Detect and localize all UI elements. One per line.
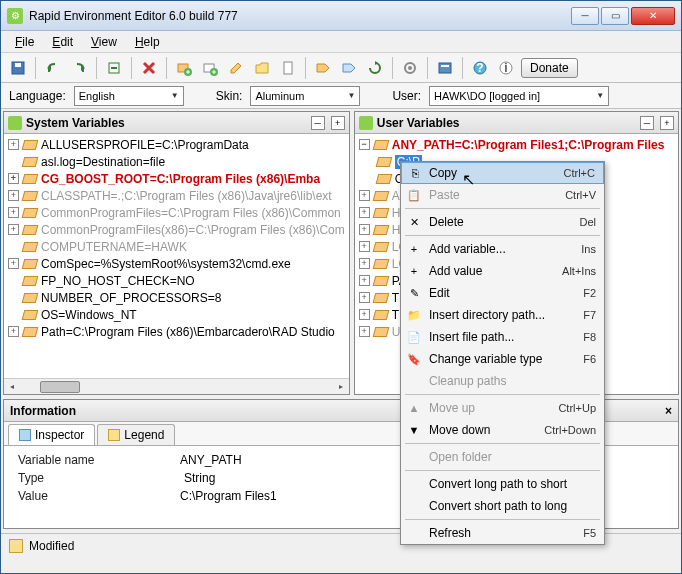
tag-icon [372, 293, 389, 303]
svg-rect-11 [439, 63, 451, 73]
menu-item-edit[interactable]: ✎EditF2 [401, 282, 604, 304]
tree-row[interactable]: asl.log=Destination=file [4, 153, 349, 170]
tree-row[interactable]: FP_NO_HOST_CHECK=NO [4, 272, 349, 289]
menu-item-refresh[interactable]: RefreshF5 [401, 522, 604, 544]
user-combo[interactable]: HAWK\DO [logged in]▼ [429, 86, 609, 106]
system-tree[interactable]: +ALLUSERSPROFILE=C:\ProgramDataasl.log=D… [4, 134, 349, 378]
backup-icon[interactable] [434, 57, 456, 79]
save-icon[interactable] [7, 57, 29, 79]
row-text: CG_BOOST_ROOT=C:\Program Files (x86)\Emb… [41, 172, 320, 186]
tree-row[interactable]: +Path=C:\Program Files (x86)\Embarcadero… [4, 323, 349, 340]
context-menu[interactable]: ⎘CopyCtrl+C📋PasteCtrl+V✕DeleteDel+Add va… [400, 161, 605, 545]
expand-toggle[interactable]: + [8, 326, 19, 337]
insert-dir-icon[interactable] [251, 57, 273, 79]
down-icon: ▼ [407, 423, 421, 437]
tag1-icon[interactable] [312, 57, 334, 79]
collapse-icon[interactable] [103, 57, 125, 79]
up-icon: ▲ [407, 401, 421, 415]
language-combo[interactable]: English▼ [74, 86, 184, 106]
add-value-icon[interactable] [199, 57, 221, 79]
tree-row[interactable]: COMPUTERNAME=HAWK [4, 238, 349, 255]
maximize-button[interactable]: ▭ [601, 7, 629, 25]
edit-icon[interactable] [225, 57, 247, 79]
uservars-add-button[interactable]: + [660, 116, 674, 130]
undo-icon[interactable] [42, 57, 64, 79]
tag-icon [372, 276, 389, 286]
system-scrollbar[interactable]: ◂▸ [4, 378, 349, 394]
insert-file-icon[interactable] [277, 57, 299, 79]
language-label: Language: [9, 89, 66, 103]
tree-row[interactable]: −ANY_PATH=C:\Program Files1;C:\Program F… [355, 136, 678, 153]
menu-item-add-variable-[interactable]: +Add variable...Ins [401, 238, 604, 260]
menu-file[interactable]: File [7, 33, 42, 51]
tree-row[interactable]: NUMBER_OF_PROCESSORS=8 [4, 289, 349, 306]
refresh-icon[interactable] [364, 57, 386, 79]
expand-toggle[interactable]: + [8, 224, 19, 235]
settings-icon[interactable] [399, 57, 421, 79]
menu-item-move-down[interactable]: ▼Move downCtrl+Down [401, 419, 604, 441]
menu-item-delete[interactable]: ✕DeleteDel [401, 211, 604, 233]
expand-toggle[interactable]: + [8, 258, 19, 269]
tab-inspector[interactable]: Inspector [8, 424, 95, 445]
tag-icon [372, 310, 389, 320]
title-bar[interactable]: ⚙ Rapid Environment Editor 6.0 build 777… [1, 1, 681, 31]
info-close-button[interactable]: × [665, 404, 672, 418]
expand-toggle[interactable]: + [8, 190, 19, 201]
expand-toggle[interactable]: + [359, 326, 370, 337]
uservars-title: User Variables [377, 116, 634, 130]
tree-row[interactable]: +CG_BOOST_ROOT=C:\Program Files (x86)\Em… [4, 170, 349, 187]
tag-icon [22, 140, 39, 150]
expand-toggle[interactable]: + [359, 292, 370, 303]
tag-icon [372, 225, 389, 235]
tree-row[interactable]: +ComSpec=%SystemRoot%\system32\cmd.exe [4, 255, 349, 272]
minimize-button[interactable]: ─ [571, 7, 599, 25]
menu-item-convert-long-path-to-short[interactable]: Convert long path to short [401, 473, 604, 495]
uservars-collapse-button[interactable]: ─ [640, 116, 654, 130]
tree-row[interactable]: +CommonProgramFiles(x86)=C:\Program File… [4, 221, 349, 238]
expand-toggle[interactable]: + [359, 207, 370, 218]
menu-item-add-value[interactable]: +Add valueAlt+Ins [401, 260, 604, 282]
chevron-down-icon: ▼ [348, 91, 356, 100]
expand-toggle[interactable]: − [359, 139, 370, 150]
type-icon: 🔖 [407, 352, 421, 366]
system-variables-panel: System Variables ─ + +ALLUSERSPROFILE=C:… [3, 111, 350, 395]
expand-toggle[interactable]: + [8, 207, 19, 218]
row-text: ALLUSERSPROFILE=C:\ProgramData [41, 138, 249, 152]
menu-item-copy[interactable]: ⎘CopyCtrl+C [401, 162, 604, 184]
expand-toggle[interactable]: + [359, 309, 370, 320]
delete-icon[interactable] [138, 57, 160, 79]
expand-toggle[interactable]: + [359, 224, 370, 235]
menu-view[interactable]: View [83, 33, 125, 51]
expand-toggle[interactable]: + [8, 139, 19, 150]
expand-toggle[interactable]: + [359, 241, 370, 252]
menu-item-change-variable-type[interactable]: 🔖Change variable typeF6 [401, 348, 604, 370]
tree-row[interactable]: +CLASSPATH=.;C:\Program Files (x86)\Java… [4, 187, 349, 204]
help-icon[interactable]: ? [469, 57, 491, 79]
sysvars-add-button[interactable]: + [331, 116, 345, 130]
sysvars-collapse-button[interactable]: ─ [311, 116, 325, 130]
info-icon[interactable]: i [495, 57, 517, 79]
info-key: Variable name [14, 452, 174, 468]
add-var-icon[interactable] [173, 57, 195, 79]
menu-item-insert-directory-path-[interactable]: 📁Insert directory path...F7 [401, 304, 604, 326]
menu-item-insert-file-path-[interactable]: 📄Insert file path...F8 [401, 326, 604, 348]
menu-item-move-up: ▲Move upCtrl+Up [401, 397, 604, 419]
expand-toggle[interactable]: + [359, 275, 370, 286]
redo-icon[interactable] [68, 57, 90, 79]
tree-row[interactable]: +ALLUSERSPROFILE=C:\ProgramData [4, 136, 349, 153]
expand-toggle[interactable]: + [359, 190, 370, 201]
menu-item-convert-short-path-to-long[interactable]: Convert short path to long [401, 495, 604, 517]
tag-icon [22, 259, 39, 269]
tree-row[interactable]: OS=Windows_NT [4, 306, 349, 323]
donate-button[interactable]: Donate [521, 58, 578, 78]
skin-combo[interactable]: Aluminum▼ [250, 86, 360, 106]
expand-toggle[interactable]: + [359, 258, 370, 269]
expand-toggle[interactable]: + [8, 173, 19, 184]
tree-row[interactable]: +CommonProgramFiles=C:\Program Files (x8… [4, 204, 349, 221]
menu-edit[interactable]: Edit [44, 33, 81, 51]
tab-legend[interactable]: Legend [97, 424, 175, 445]
inspector-icon [19, 429, 31, 441]
close-button[interactable]: ✕ [631, 7, 675, 25]
tag2-icon[interactable] [338, 57, 360, 79]
menu-help[interactable]: Help [127, 33, 168, 51]
